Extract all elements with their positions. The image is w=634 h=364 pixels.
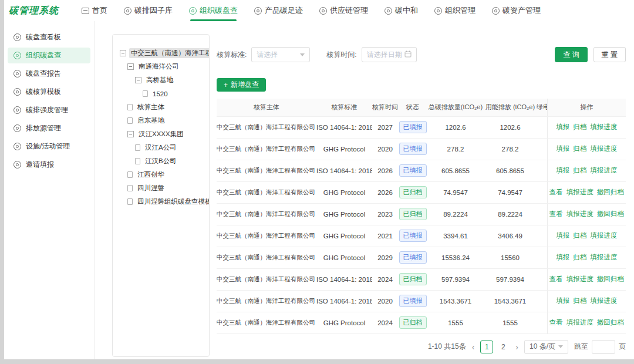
cell-green xyxy=(537,181,547,203)
next-page-icon[interactable]: › xyxy=(515,343,518,351)
action-link[interactable]: 归档 xyxy=(573,123,586,130)
top-nav-item[interactable]: 产品碳足迹 xyxy=(254,0,303,21)
tree-node[interactable]: 江汉B公司 xyxy=(119,154,209,168)
action-link[interactable]: 填报进度 xyxy=(566,319,593,326)
action-link[interactable]: 填报 xyxy=(556,232,569,239)
app-logo: 碳管理系统 xyxy=(9,5,82,17)
cell-green xyxy=(537,160,547,181)
inventory-dashboard-icon xyxy=(14,33,21,41)
tree-node[interactable]: 四川涅磐组织碳盘查模板 xyxy=(119,195,209,208)
action-link[interactable]: 归档 xyxy=(573,232,586,239)
action-link[interactable]: 撤回归档 xyxy=(597,319,624,326)
table-row: 中交三航（南通）海洋工程有限公司 GHG Protocol 2020 已填报 2… xyxy=(217,138,626,160)
action-link[interactable]: 填报进度 xyxy=(566,210,593,217)
sidebar-item[interactable]: 碳核算模板 xyxy=(8,84,90,100)
page-size-select[interactable]: 10 条/页 xyxy=(524,340,568,354)
standard-select[interactable]: 请选择 xyxy=(251,47,310,62)
tree-document-icon xyxy=(127,117,133,124)
action-link[interactable]: 撤回归档 xyxy=(597,210,624,217)
top-nav-label: 组织碳盘查 xyxy=(200,5,238,16)
cell-entity: 中交三航（南通）海洋工程有限公司 xyxy=(217,138,316,160)
action-link[interactable]: 填报进度 xyxy=(590,254,617,261)
sidebar-item[interactable]: 排放源管理 xyxy=(8,120,90,136)
cell-time: 2027 xyxy=(372,116,398,138)
action-link[interactable]: 填报进度 xyxy=(590,297,617,304)
top-nav-item[interactable]: 供应链管理 xyxy=(319,0,368,21)
top-nav-item[interactable]: 碳中和 xyxy=(385,0,418,21)
tree-node-label: 四川涅磐组织碳盘查模板 xyxy=(136,197,210,207)
cell-status: 已填报 xyxy=(398,225,427,247)
tree-node[interactable]: 高桥基地 xyxy=(119,73,209,87)
top-nav-label: 供应链管理 xyxy=(330,5,368,16)
action-link[interactable]: 填报 xyxy=(556,167,569,174)
top-nav-item[interactable]: 碳资产管理 xyxy=(492,0,541,21)
page-number-button[interactable]: 2 xyxy=(497,341,510,353)
action-link[interactable]: 填报 xyxy=(556,297,569,304)
sidebar-item[interactable]: 碳盘查报告 xyxy=(8,66,90,82)
action-link[interactable]: 归档 xyxy=(573,167,586,174)
action-link[interactable]: 填报 xyxy=(556,254,569,261)
sidebar-item-label: 邀请填报 xyxy=(26,160,54,170)
search-button[interactable]: 查 询 xyxy=(555,47,587,62)
action-link[interactable]: 撤回归档 xyxy=(597,188,624,196)
cell-status: 已填报 xyxy=(398,138,427,160)
cell-standard: GHG Protocol xyxy=(316,247,372,268)
cell-green xyxy=(537,138,547,160)
sidebar-item[interactable]: 碳盘查看板 xyxy=(8,29,90,45)
page-number-button[interactable]: 1 xyxy=(480,341,493,353)
cell-status: 已填报 xyxy=(398,247,427,268)
cell-time: 2029 xyxy=(372,247,398,268)
tree-node[interactable]: 中交三航（南通）海洋工程有限公司 xyxy=(119,46,209,60)
cell-time: 2020 xyxy=(372,290,398,312)
org-inventory-icon xyxy=(14,52,21,59)
sidebar-item[interactable]: 邀请填报 xyxy=(8,157,90,173)
top-nav-item[interactable]: 首页 xyxy=(82,0,107,21)
tree-node[interactable]: 启东基地 xyxy=(119,114,209,127)
action-link[interactable]: 填报进度 xyxy=(566,188,593,196)
tree-node[interactable]: 江西创华 xyxy=(119,168,209,181)
action-link[interactable]: 归档 xyxy=(573,254,586,261)
action-link[interactable]: 查看 xyxy=(549,210,563,217)
cell-actions: 查看填报进度撤回归档 xyxy=(547,181,626,203)
cell-energy: 1555 xyxy=(484,312,537,333)
top-nav-item[interactable]: 组织管理 xyxy=(434,0,476,21)
action-link[interactable]: 填报 xyxy=(556,123,569,130)
action-link[interactable]: 归档 xyxy=(573,145,586,152)
action-link[interactable]: 归档 xyxy=(573,297,586,304)
tree-node[interactable]: 四川涅磐 xyxy=(119,181,209,195)
emission-intensity-icon xyxy=(14,106,21,114)
sidebar-item[interactable]: 碳排强度管理 xyxy=(8,102,90,118)
sidebar-item[interactable]: 组织碳盘查 xyxy=(8,48,90,63)
cell-standard: GHG Protocol xyxy=(316,181,372,203)
table-row: 中交三航（南通）海洋工程有限公司 GHG Protocol 2024 已归档 1… xyxy=(217,312,626,333)
tree-node[interactable]: 核算主体 xyxy=(119,100,209,114)
action-link[interactable]: 填报进度 xyxy=(590,145,617,152)
jump-page-input[interactable] xyxy=(592,340,615,354)
top-nav-item[interactable]: 碳排因子库 xyxy=(124,0,173,21)
cell-total: 74.9547 xyxy=(427,181,484,203)
standard-filter-label: 核算标准: xyxy=(217,50,247,60)
filter-bar: 核算标准: 请选择 核算时间: 请选择日期 xyxy=(217,47,626,62)
reset-button[interactable]: 重 置 xyxy=(593,47,626,62)
tree-node[interactable]: 汉江A公司 xyxy=(119,141,209,154)
top-nav-item[interactable]: 组织碳盘查 xyxy=(189,0,238,21)
tree-node[interactable]: 汉江XXXX集团 xyxy=(119,127,209,141)
tree-node[interactable]: 1520 xyxy=(119,87,209,100)
cell-green xyxy=(537,268,547,290)
jump-to: 跳至 页 xyxy=(574,340,626,354)
tree-node[interactable]: 南通海洋公司 xyxy=(119,60,209,73)
action-link[interactable]: 撤回归档 xyxy=(597,275,624,282)
action-link[interactable]: 查看 xyxy=(549,275,563,282)
action-link[interactable]: 查看 xyxy=(549,188,563,196)
time-date-picker[interactable]: 请选择日期 xyxy=(362,47,417,62)
action-link[interactable]: 填报进度 xyxy=(590,167,617,174)
add-inventory-button[interactable]: + 新增盘查 xyxy=(217,78,266,92)
action-link[interactable]: 填报 xyxy=(556,145,569,152)
action-link[interactable]: 填报进度 xyxy=(590,232,617,239)
action-link[interactable]: 填报进度 xyxy=(566,275,593,282)
sidebar-item[interactable]: 设施/活动管理 xyxy=(8,139,90,154)
cell-actions: 填报归档填报进度 xyxy=(547,247,626,268)
action-link[interactable]: 填报进度 xyxy=(590,123,617,130)
action-link[interactable]: 查看 xyxy=(549,319,563,326)
prev-page-icon[interactable]: ‹ xyxy=(472,343,475,351)
